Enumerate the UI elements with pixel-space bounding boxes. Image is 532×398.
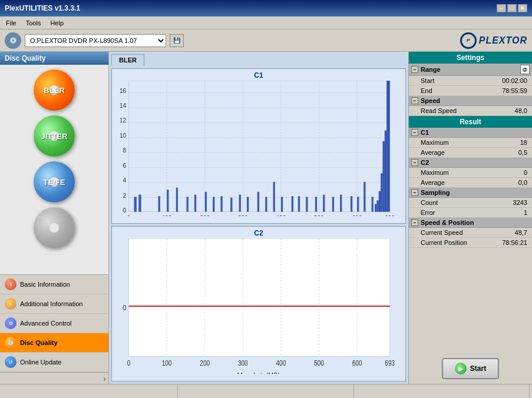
disc-bler-icon[interactable]: BLER (34, 69, 75, 111)
save-button[interactable]: 💾 (170, 34, 184, 47)
svg-rect-49 (281, 197, 283, 211)
menu-item-tools[interactable]: Tools (21, 18, 46, 28)
disc-tefe-icon[interactable]: TE/FE (34, 161, 75, 203)
current-speed-row: Current Speed 48,7 (409, 228, 532, 238)
charts-container: C1 0 2 4 6 8 (111, 68, 406, 382)
drive-icon: 💿 (5, 32, 21, 49)
svg-text:12: 12 (120, 117, 126, 124)
window-title: PlexUTILITIES v1.3.3.1 (5, 4, 80, 12)
svg-rect-46 (257, 192, 259, 212)
status-segment-3 (354, 384, 530, 398)
svg-rect-57 (351, 196, 352, 212)
svg-rect-38 (187, 197, 189, 211)
svg-rect-58 (357, 197, 359, 211)
title-bar: PlexUTILITIES v1.3.3.1 − □ ✕ (0, 0, 532, 16)
c1-average-value: 0,5 (518, 149, 527, 156)
sampling-section-header: − Sampling (409, 188, 532, 198)
scroll-indicator: · · · · · · · · (2, 251, 106, 258)
online-update-icon: ↺ (5, 356, 16, 368)
current-position-value: 78:56:21 (502, 239, 527, 246)
svg-rect-45 (247, 197, 249, 211)
speed-position-label: Speed & Position (421, 219, 474, 226)
range-start-label: Start (421, 77, 434, 84)
disc-jitter-icon[interactable]: JITTER (34, 115, 75, 157)
result-section-c2: − C2 Maximum 0 Average 0,0 (409, 158, 532, 188)
svg-rect-61 (375, 204, 376, 211)
range-end-label: End (421, 87, 432, 94)
svg-rect-66 (385, 131, 386, 212)
sampling-error-row: Error 1 (409, 208, 532, 218)
c1-collapse-btn[interactable]: − (411, 129, 418, 136)
disc-other-icon[interactable] (34, 207, 75, 248)
svg-text:200: 200 (200, 360, 210, 367)
chart-c1-svg: 0 2 4 6 8 10 12 14 16 18 0 100 200 (114, 81, 403, 216)
svg-text:500: 500 (314, 215, 324, 216)
range-end-value: 78:55:59 (502, 87, 527, 94)
range-collapse-btn[interactable]: − (411, 66, 418, 73)
svg-text:14: 14 (120, 102, 126, 109)
settings-section-speed: − Speed Read Speed 48,0 (409, 96, 532, 116)
svg-rect-39 (194, 195, 196, 212)
svg-text:6: 6 (123, 162, 126, 168)
plextor-logo-circle: P (460, 32, 477, 49)
svg-rect-35 (158, 196, 160, 212)
svg-text:100: 100 (162, 360, 172, 367)
tab-bar: BLER (111, 54, 406, 66)
sampling-collapse-btn[interactable]: − (411, 189, 418, 196)
maximize-button[interactable]: □ (507, 4, 517, 12)
svg-text:0: 0 (127, 360, 131, 367)
speed-position-collapse-btn[interactable]: − (411, 219, 418, 226)
c2-collapse-btn[interactable]: − (411, 159, 418, 166)
svg-text:18: 18 (120, 81, 126, 82)
range-link-btn[interactable]: @ (520, 65, 530, 74)
tab-bler[interactable]: BLER (111, 54, 144, 66)
disc-tefe-label: TE/FE (44, 178, 65, 187)
chart-c1: C1 0 2 4 6 8 (111, 68, 406, 224)
basic-info-label: Basic Information (20, 281, 70, 288)
sidebar-expand-btn[interactable]: › (103, 374, 106, 383)
read-speed-label: Read Speed (421, 107, 457, 114)
svg-rect-53 (315, 197, 317, 211)
menu-item-file[interactable]: File (1, 18, 21, 28)
speed-position-section-header: − Speed & Position (409, 218, 532, 228)
svg-rect-44 (239, 195, 241, 212)
c2-average-row: Average 0,0 (409, 178, 532, 188)
sidebar-item-disc-quality[interactable]: 💿 Disc Quality (0, 333, 108, 353)
content-area: BLER C1 0 2 4 (109, 52, 408, 384)
svg-rect-55 (332, 197, 334, 211)
svg-rect-59 (364, 182, 365, 212)
disc-icon-other[interactable] (2, 205, 106, 251)
close-button[interactable]: ✕ (518, 4, 527, 12)
svg-text:600: 600 (352, 360, 362, 367)
svg-rect-52 (306, 197, 308, 211)
svg-rect-51 (298, 196, 300, 212)
sidebar-item-online-update[interactable]: ↺ Online Update (0, 353, 108, 372)
svg-rect-48 (273, 182, 275, 212)
disc-icon-tefe[interactable]: TE/FE (2, 159, 106, 205)
disc-icon-jitter[interactable]: JITTER (2, 113, 106, 159)
svg-text:693: 693 (385, 215, 395, 216)
chart-c2-svg-area: 0 0 100 200 300 400 500 600 693 (114, 238, 403, 374)
c2-average-value: 0,0 (518, 179, 527, 186)
svg-rect-34 (138, 195, 141, 212)
minimize-button[interactable]: − (497, 4, 506, 12)
result-section-c1: − C1 Maximum 18 Average 0,5 (409, 128, 532, 158)
result-section-sampling: − Sampling Count 3243 Error 1 (409, 188, 532, 218)
disc-icon-bler[interactable]: BLER (2, 67, 106, 113)
svg-rect-40 (205, 192, 207, 212)
svg-rect-78 (129, 238, 390, 356)
svg-rect-56 (340, 195, 342, 212)
sampling-error-value: 1 (524, 209, 527, 216)
sidebar-item-advanced-control[interactable]: ⚙ Advanced Control (0, 314, 108, 333)
online-update-label: Online Update (20, 359, 61, 366)
disc-icons-area[interactable]: BLER JITTER TE/FE · · · · · · (0, 65, 108, 274)
start-button[interactable]: ▶ Start (442, 358, 499, 379)
menu-item-help[interactable]: Help (45, 18, 68, 28)
svg-rect-41 (213, 197, 214, 211)
range-label: Range (421, 66, 441, 73)
sidebar-item-additional-info[interactable]: + Additional Information (0, 294, 108, 314)
svg-rect-42 (220, 196, 222, 212)
drive-select[interactable]: O:PLEXTOR DVDR PX-L890SA 1.07 (25, 34, 166, 47)
speed-collapse-btn[interactable]: − (411, 97, 418, 104)
sidebar-item-basic-info[interactable]: ℹ Basic Information (0, 275, 108, 294)
